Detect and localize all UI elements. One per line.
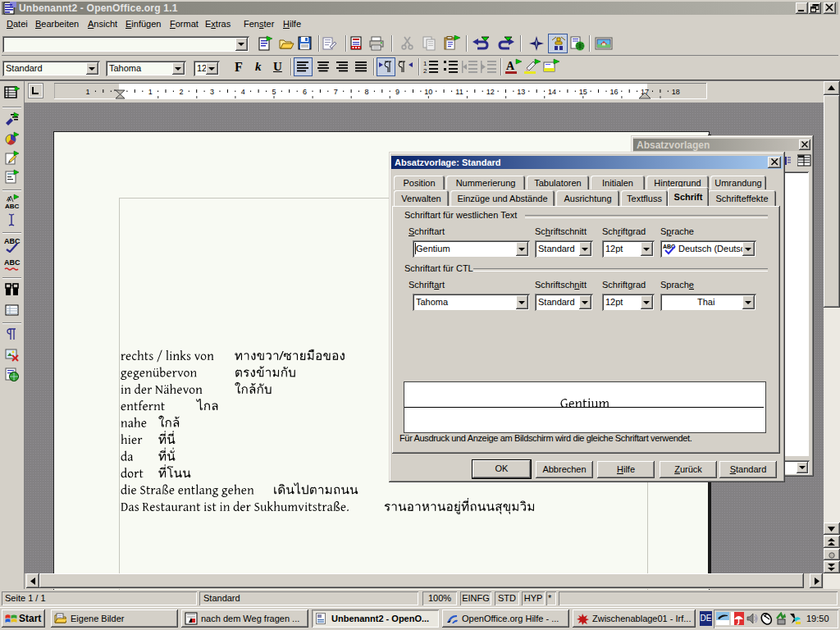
svg-text:11: 11 <box>455 88 463 96</box>
svg-text:ABC: ABC <box>4 237 21 245</box>
svg-text:10: 10 <box>424 88 432 96</box>
svg-text:ABC: ABC <box>5 203 20 210</box>
svg-text:7: 7 <box>334 88 338 96</box>
svg-text:15: 15 <box>579 88 587 96</box>
svg-text:1: 1 <box>85 88 89 96</box>
svg-text:4: 4 <box>241 88 245 96</box>
svg-text:16: 16 <box>609 88 618 96</box>
svg-text:3: 3 <box>210 88 214 96</box>
svg-text:5: 5 <box>272 88 276 96</box>
svg-text:6: 6 <box>303 88 307 96</box>
svg-text:2: 2 <box>423 67 427 75</box>
svg-text:8: 8 <box>364 88 368 96</box>
svg-text:14: 14 <box>548 88 556 96</box>
svg-text:2: 2 <box>179 88 183 96</box>
svg-text:12: 12 <box>486 88 495 96</box>
svg-text:13: 13 <box>517 88 525 96</box>
svg-text:A: A <box>506 60 515 72</box>
svg-text:ABC: ABC <box>4 258 21 267</box>
svg-text:18: 18 <box>672 88 680 96</box>
svg-text:1: 1 <box>423 60 427 67</box>
svg-text:1: 1 <box>148 88 153 96</box>
svg-text:9: 9 <box>395 88 399 96</box>
